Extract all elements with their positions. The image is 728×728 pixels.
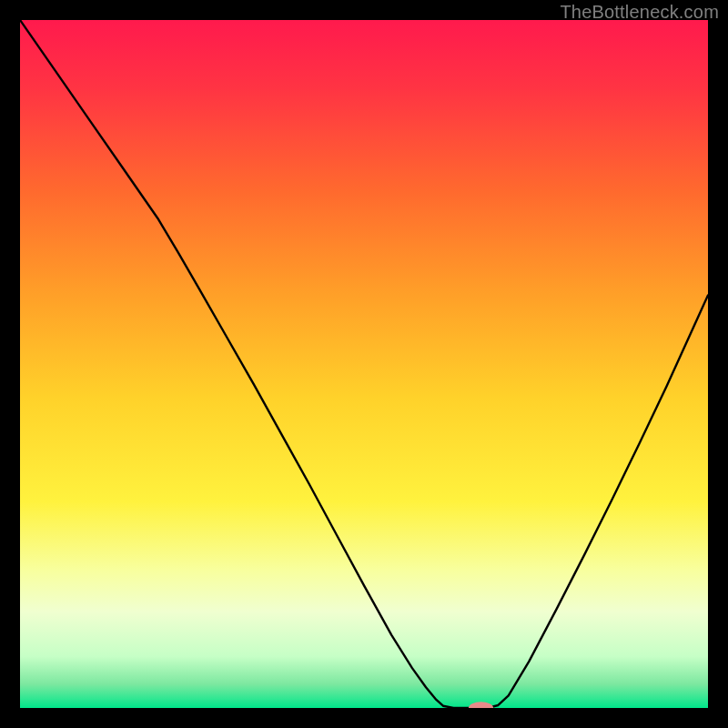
bottleneck-chart [20,20,708,708]
watermark-text: TheBottleneck.com [560,2,719,23]
chart-frame: TheBottleneck.com [0,0,728,728]
plot-area [20,20,708,708]
gradient-background [20,20,708,708]
